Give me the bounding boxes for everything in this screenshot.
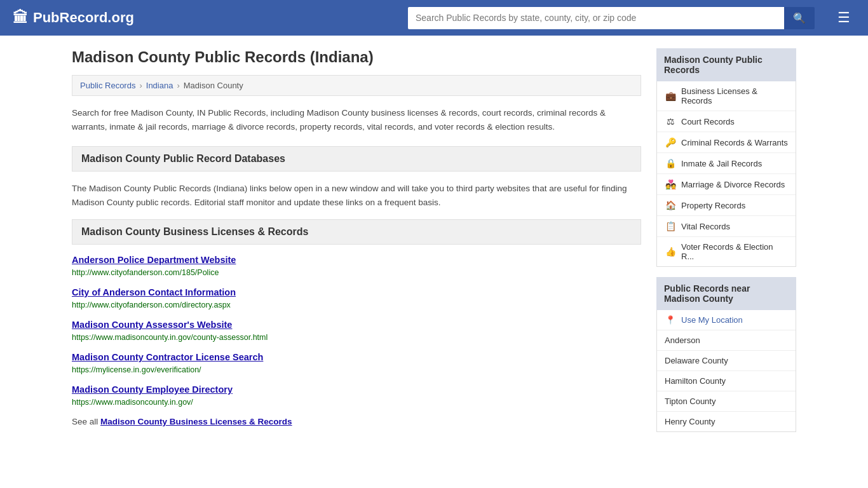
sidebar-label-court: Court Records	[681, 117, 735, 126]
sidebar-label-vital: Vital Records	[681, 222, 730, 231]
site-logo[interactable]: 🏛 PubRecord.org	[13, 9, 134, 27]
sidebar-label-marriage: Marriage & Divorce Records	[681, 180, 785, 189]
search-button[interactable]: 🔍	[784, 7, 815, 29]
sidebar-link-marriage[interactable]: 💑 Marriage & Divorce Records	[657, 174, 796, 194]
sidebar-label-criminal: Criminal Records & Warrants	[681, 138, 788, 147]
record-entry-3: Madison County Assessor's Website https:…	[72, 320, 641, 342]
breadcrumb-public-records[interactable]: Public Records	[80, 81, 135, 90]
main-container: Madison County Public Records (Indiana) …	[59, 36, 809, 445]
sidebar-nearby-section: Public Records near Madison County 📍 Use…	[656, 277, 796, 432]
criminal-icon: 🔑	[665, 137, 676, 147]
sidebar-label-anderson: Anderson	[665, 336, 700, 345]
vital-icon: 📋	[665, 221, 676, 231]
logo-text: PubRecord.org	[33, 10, 134, 26]
sidebar-records-header: Madison County Public Records	[656, 48, 796, 81]
breadcrumb-indiana[interactable]: Indiana	[146, 81, 173, 90]
sidebar-label-delaware: Delaware County	[665, 356, 728, 365]
record-entry-2: City of Anderson Contact Information htt…	[72, 287, 641, 309]
see-all-link[interactable]: Madison County Business Licenses & Recor…	[100, 417, 292, 426]
databases-description: The Madison County Public Records (India…	[72, 182, 641, 209]
search-icon: 🔍	[793, 13, 806, 24]
page-title: Madison County Public Records (Indiana)	[72, 48, 641, 66]
sidebar-link-henry[interactable]: Henry County	[657, 412, 796, 431]
sidebar-link-anderson[interactable]: Anderson	[657, 330, 796, 350]
inmate-icon: 🔒	[665, 158, 676, 168]
search-input[interactable]	[408, 7, 784, 29]
record-link-4[interactable]: Madison County Contractor License Search	[72, 352, 641, 362]
voter-icon: 👍	[665, 247, 676, 257]
sidebar-label-business: Business Licenses & Records	[681, 86, 788, 105]
logo-icon: 🏛	[13, 9, 28, 27]
record-url-1: http://www.cityofanderson.com/185/Police	[72, 268, 219, 277]
sidebar-records-section: Madison County Public Records 💼 Business…	[656, 48, 796, 267]
sidebar-label-property: Property Records	[681, 201, 745, 210]
sidebar-item-voter: 👍 Voter Records & Election R...	[657, 237, 796, 266]
search-area: 🔍	[408, 7, 815, 29]
record-url-4: https://mylicense.in.gov/everification/	[72, 365, 201, 374]
site-header: 🏛 PubRecord.org 🔍 ☰	[0, 0, 868, 36]
sidebar-nearby-anderson: Anderson	[657, 330, 796, 351]
record-url-5: https://www.madisoncounty.in.gov/	[72, 398, 193, 407]
main-content: Madison County Public Records (Indiana) …	[72, 48, 641, 432]
sidebar-item-criminal: 🔑 Criminal Records & Warrants	[657, 132, 796, 153]
sidebar-item-vital: 📋 Vital Records	[657, 216, 796, 237]
sidebar: Madison County Public Records 💼 Business…	[656, 48, 796, 432]
sidebar-link-inmate[interactable]: 🔒 Inmate & Jail Records	[657, 153, 796, 173]
sidebar-label-henry: Henry County	[665, 417, 715, 426]
sidebar-label-voter: Voter Records & Election R...	[681, 242, 788, 261]
sidebar-link-vital[interactable]: 📋 Vital Records	[657, 216, 796, 236]
record-link-5[interactable]: Madison County Employee Directory	[72, 384, 641, 395]
sidebar-nearby-tipton: Tipton County	[657, 391, 796, 412]
see-all-text: See all	[72, 417, 100, 426]
sidebar-link-criminal[interactable]: 🔑 Criminal Records & Warrants	[657, 132, 796, 152]
sidebar-nearby-header: Public Records near Madison County	[656, 277, 796, 310]
page-description: Search for free Madison County, IN Publi…	[72, 106, 641, 133]
sidebar-item-property: 🏠 Property Records	[657, 195, 796, 216]
sidebar-link-tipton[interactable]: Tipton County	[657, 391, 796, 411]
sidebar-nearby-hamilton: Hamilton County	[657, 371, 796, 391]
court-icon: ⚖	[665, 116, 676, 126]
breadcrumb: Public Records › Indiana › Madison Count…	[72, 75, 641, 96]
breadcrumb-madison-county: Madison County	[184, 81, 243, 90]
record-link-2[interactable]: City of Anderson Contact Information	[72, 287, 641, 297]
record-url-3: https://www.madisoncounty.in.gov/county-…	[72, 333, 268, 342]
sidebar-item-marriage: 💑 Marriage & Divorce Records	[657, 174, 796, 195]
business-section-header: Madison County Business Licenses & Recor…	[72, 219, 641, 245]
marriage-icon: 💑	[665, 179, 676, 189]
sidebar-nearby-delaware: Delaware County	[657, 351, 796, 371]
sidebar-link-voter[interactable]: 👍 Voter Records & Election R...	[657, 237, 796, 266]
sidebar-label-tipton: Tipton County	[665, 396, 715, 406]
sidebar-nearby-list: 📍 Use My Location Anderson Delaware Coun…	[656, 310, 796, 432]
record-entry-1: Anderson Police Department Website http:…	[72, 255, 641, 277]
sidebar-link-use-location[interactable]: 📍 Use My Location	[657, 310, 796, 330]
databases-section-header: Madison County Public Record Databases	[72, 146, 641, 172]
breadcrumb-sep-2: ›	[177, 81, 179, 90]
location-pin-icon: 📍	[665, 315, 676, 325]
sidebar-link-delaware[interactable]: Delaware County	[657, 351, 796, 370]
business-icon: 💼	[665, 91, 676, 101]
property-icon: 🏠	[665, 200, 676, 210]
breadcrumb-sep-1: ›	[139, 81, 142, 90]
menu-button[interactable]: ☰	[832, 7, 855, 29]
record-url-2: http://www.cityofanderson.com/directory.…	[72, 301, 231, 309]
hamburger-icon: ☰	[837, 10, 850, 25]
sidebar-records-list: 💼 Business Licenses & Records ⚖ Court Re…	[656, 81, 796, 267]
sidebar-label-hamilton: Hamilton County	[665, 376, 726, 386]
sidebar-nearby-use-location: 📍 Use My Location	[657, 310, 796, 330]
record-entry-5: Madison County Employee Directory https:…	[72, 384, 641, 407]
sidebar-item-court: ⚖ Court Records	[657, 111, 796, 132]
sidebar-nearby-henry: Henry County	[657, 412, 796, 431]
record-link-1[interactable]: Anderson Police Department Website	[72, 255, 641, 265]
sidebar-label-inmate: Inmate & Jail Records	[681, 159, 762, 168]
sidebar-link-property[interactable]: 🏠 Property Records	[657, 195, 796, 215]
sidebar-link-business[interactable]: 💼 Business Licenses & Records	[657, 81, 796, 111]
record-link-3[interactable]: Madison County Assessor's Website	[72, 320, 641, 330]
see-all: See all Madison County Business Licenses…	[72, 417, 641, 426]
sidebar-link-court[interactable]: ⚖ Court Records	[657, 111, 796, 132]
sidebar-item-inmate: 🔒 Inmate & Jail Records	[657, 153, 796, 174]
sidebar-item-business: 💼 Business Licenses & Records	[657, 81, 796, 111]
record-entry-4: Madison County Contractor License Search…	[72, 352, 641, 374]
sidebar-link-hamilton[interactable]: Hamilton County	[657, 371, 796, 391]
sidebar-label-use-location: Use My Location	[681, 315, 743, 325]
